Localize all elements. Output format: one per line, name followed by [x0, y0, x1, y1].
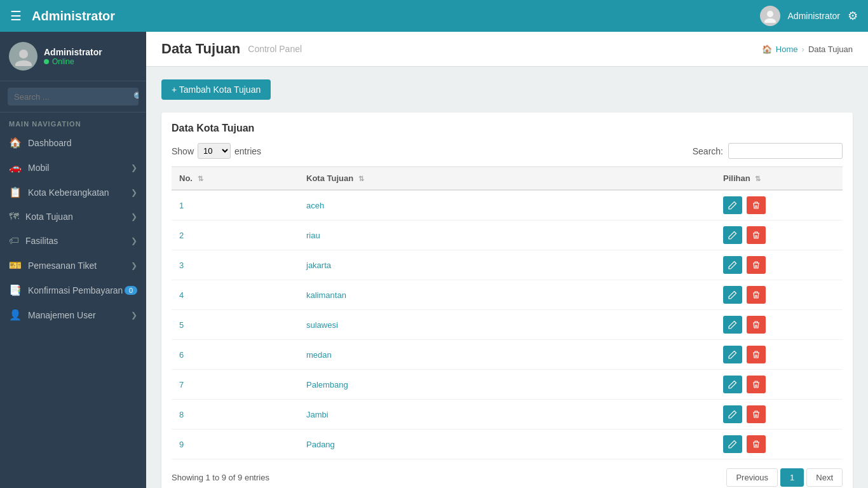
delete-button[interactable]: [747, 286, 766, 304]
table-row: 7 Palembang: [172, 370, 843, 400]
status-dot: [44, 59, 49, 64]
edit-button[interactable]: [723, 256, 742, 274]
cell-no: 6: [172, 340, 299, 370]
page-body: + Tambah Kota Tujuan Data Kota Tujuan Sh…: [146, 67, 868, 488]
breadcrumb-home[interactable]: Home: [776, 44, 798, 54]
page-1-button[interactable]: 1: [780, 468, 804, 487]
table-row: 6 medan: [172, 340, 843, 370]
sidebar-item-dashboard[interactable]: 🏠 Dashboard: [0, 130, 146, 155]
sidebar-item-label: Konfirmasi Pembayaran: [28, 285, 123, 295]
edit-button[interactable]: [723, 196, 742, 214]
cell-actions: [715, 400, 843, 430]
cell-no: 3: [172, 250, 299, 280]
sidebar-item-label: Kota Tujuan: [25, 212, 73, 222]
table-row: 1 aceh: [172, 190, 843, 220]
svg-point-3: [15, 60, 32, 66]
chevron-right-icon: ❯: [131, 261, 137, 270]
sidebar-item-label: Kota Keberangkatan: [28, 187, 109, 198]
delete-button[interactable]: [747, 316, 766, 334]
cell-kota: aceh: [299, 190, 715, 220]
page-title: Data Tujuan: [161, 41, 240, 57]
edit-button[interactable]: [723, 316, 742, 334]
col-no: No. ⇅: [172, 167, 299, 191]
chevron-right-icon: ❯: [131, 236, 137, 245]
gear-icon-top[interactable]: ⚙: [848, 9, 858, 23]
delete-button[interactable]: [747, 405, 766, 423]
chevron-right-icon: ❯: [131, 311, 137, 320]
sidebar-item-manajemen-user[interactable]: 👤 Manajemen User ❯: [0, 302, 146, 327]
breadcrumb-current: Data Tujuan: [808, 44, 853, 54]
cell-kota: jakarta: [299, 250, 715, 280]
sidebar-item-konfirmasi-pembayaran[interactable]: 📑 Konfirmasi Pembayaran 0: [0, 278, 146, 302]
cell-actions: [715, 250, 843, 280]
sidebar-item-pemesanan-tiket[interactable]: 🎫 Pemesanan Tiket ❯: [0, 253, 146, 278]
chevron-right-icon: ❯: [131, 188, 137, 197]
table-search-input[interactable]: [728, 143, 843, 159]
sidebar-item-kota-tujuan[interactable]: 🗺 Kota Tujuan ❯: [0, 205, 146, 229]
delete-button[interactable]: [747, 256, 766, 274]
sidebar-item-label: Dashboard: [28, 138, 72, 148]
edit-button[interactable]: [723, 346, 742, 363]
table-controls: Show 10 25 50 100 entries Search:: [172, 143, 843, 159]
cell-kota: Padang: [299, 430, 715, 459]
admin-name-top: Administrator: [788, 11, 840, 21]
delete-button[interactable]: [747, 376, 766, 393]
breadcrumb: 🏠 Home › Data Tujuan: [762, 44, 853, 54]
cell-no: 8: [172, 400, 299, 430]
hamburger-icon[interactable]: ☰: [10, 8, 22, 24]
cell-actions: [715, 220, 843, 250]
page-subtitle: Control Panel: [248, 44, 302, 54]
page-header: Data Tujuan Control Panel 🏠 Home › Data …: [146, 32, 868, 67]
cell-actions: [715, 280, 843, 310]
cell-no: 9: [172, 430, 299, 459]
cell-kota: Jambi: [299, 400, 715, 430]
table-row: 5 sulawesi: [172, 310, 843, 340]
cell-kota: sulawesi: [299, 310, 715, 340]
cell-actions: [715, 190, 843, 220]
edit-button[interactable]: [723, 286, 742, 304]
cell-actions: [715, 310, 843, 340]
table-footer: Showing 1 to 9 of 9 entries Previous 1 N…: [172, 468, 843, 487]
sidebar-item-label: Pemesanan Tiket: [28, 261, 97, 271]
edit-button[interactable]: [723, 376, 742, 393]
add-kota-button[interactable]: + Tambah Kota Tujuan: [161, 79, 271, 100]
edit-button[interactable]: [723, 226, 742, 244]
cell-actions: [715, 370, 843, 400]
edit-button[interactable]: [723, 405, 742, 423]
edit-button[interactable]: [723, 435, 742, 453]
previous-button[interactable]: Previous: [726, 468, 778, 487]
delete-button[interactable]: [747, 346, 766, 363]
search-input[interactable]: [8, 88, 127, 105]
sidebar-item-kota-keberangkatan[interactable]: 📋 Kota Keberangkatan ❯: [0, 180, 146, 205]
show-label: Show: [172, 146, 194, 156]
sidebar-profile: Administrator Online: [0, 32, 146, 81]
navbar-right: Administrator ⚙: [760, 6, 858, 26]
brand-title: Administrator: [32, 9, 115, 24]
chevron-right-icon: ❯: [131, 212, 137, 221]
sidebar-search: 🔍: [0, 81, 146, 112]
delete-button[interactable]: [747, 435, 766, 453]
col-kota-tujuan: Kota Tujuan ⇅: [299, 167, 715, 191]
status-label: Online: [52, 57, 74, 66]
table-header-row: No. ⇅ Kota Tujuan ⇅ Pilihan ⇅: [172, 167, 843, 191]
sidebar-item-label: Mobil: [28, 163, 49, 173]
cell-no: 4: [172, 280, 299, 310]
cell-actions: [715, 430, 843, 459]
data-card: Data Kota Tujuan Show 10 25 50 100 entri…: [161, 112, 853, 488]
delete-button[interactable]: [747, 226, 766, 244]
table-row: 3 jakarta: [172, 250, 843, 280]
konfirmasi-icon: 📑: [9, 284, 22, 296]
search-button[interactable]: 🔍: [127, 88, 139, 105]
chevron-right-icon: ❯: [131, 163, 137, 172]
entries-select[interactable]: 10 25 50 100: [198, 143, 231, 159]
col-pilihan: Pilihan ⇅: [715, 167, 843, 191]
sidebar-item-mobil[interactable]: 🚗 Mobil ❯: [0, 155, 146, 180]
search-label: Search:: [693, 146, 723, 156]
dashboard-icon: 🏠: [9, 137, 22, 149]
sort-icon-kota: ⇅: [358, 175, 364, 182]
fasilitas-icon: 🏷: [9, 235, 19, 247]
delete-button[interactable]: [747, 196, 766, 214]
next-button[interactable]: Next: [806, 468, 843, 487]
home-icon: 🏠: [762, 44, 772, 54]
sidebar-item-fasilitas[interactable]: 🏷 Fasilitas ❯: [0, 229, 146, 253]
